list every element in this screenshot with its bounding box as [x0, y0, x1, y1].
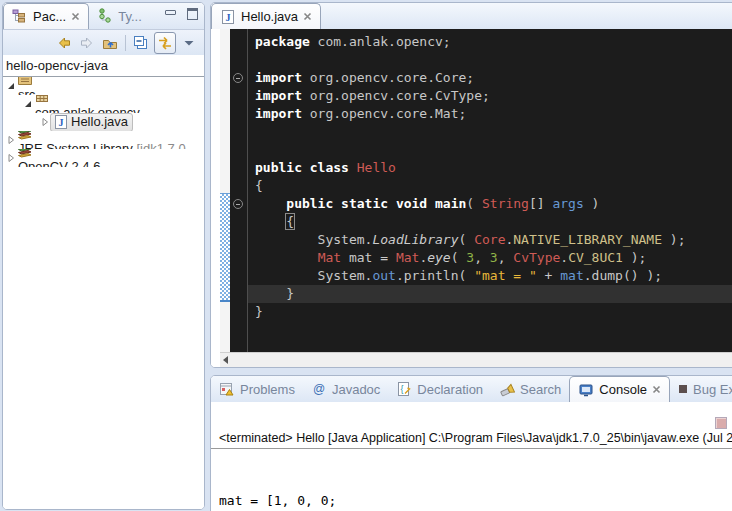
- tab-label: Problems: [240, 382, 295, 397]
- view-menu-button[interactable]: [179, 33, 199, 53]
- code-line: [248, 123, 732, 141]
- package-explorer-toolbar: [3, 30, 204, 55]
- forward-button[interactable]: [77, 33, 97, 53]
- code-area[interactable]: package com.anlak.opencv;import org.open…: [248, 29, 732, 353]
- code-line: public class Hello: [248, 159, 732, 177]
- svg-text:@: @: [313, 382, 325, 396]
- selected-item-highlight: JHello.java: [50, 113, 133, 131]
- package-icon: [33, 95, 50, 105]
- terminate-button[interactable]: [715, 417, 727, 429]
- tree-item-jre-system-library[interactable]: JRE System Library [jdk1.7.0: [3, 131, 204, 149]
- tree-item-label: src: [16, 87, 35, 96]
- tab-label: Console: [599, 382, 647, 397]
- tree-expanded-arrow-icon[interactable]: [5, 81, 16, 91]
- tree-collapsed-arrow-icon[interactable]: [5, 135, 16, 145]
- console-output[interactable]: mat = [1, 0, 0; 0, 1, 0; 0, 0, 1]: [219, 453, 732, 511]
- tab-label: Ty...: [118, 9, 142, 24]
- annotation-ruler[interactable]: [220, 29, 230, 353]
- java-file-icon: J: [220, 9, 236, 25]
- tree-item-label: Hello.java: [69, 114, 128, 129]
- editor-view: J Hello.java package com.anlak.opencv;im…: [210, 2, 732, 368]
- tab-label: Javadoc: [332, 382, 380, 397]
- code-line: Mat mat = Mat.eye( 3, 3, CvType.CV_8UC1 …: [248, 249, 732, 267]
- tab-type-hierarchy[interactable]: Ty...: [89, 3, 150, 29]
- forward-arrow-icon: [79, 35, 95, 51]
- tree-item-opencv-2-4-6[interactable]: OpenCV-2.4.6: [3, 149, 204, 167]
- toolbar-separator: [125, 35, 126, 51]
- tab-label: Declaration: [417, 382, 483, 397]
- tab-label: Search: [520, 382, 561, 397]
- minimize-button[interactable]: [162, 7, 178, 21]
- console-icon: [578, 382, 594, 398]
- package-explorer-tree[interactable]: hello-opencv-java srccom.anlak.opencvJHe…: [3, 55, 204, 509]
- code-line: System.LoadLibrary( Core.NATIVE_LIBRARY_…: [248, 231, 732, 249]
- code-line: [248, 141, 732, 159]
- library-icon: [16, 149, 33, 159]
- editor-body: package com.anlak.opencv;import org.open…: [211, 29, 732, 367]
- close-icon[interactable]: [71, 12, 80, 21]
- fold-collapse-icon[interactable]: [233, 73, 243, 83]
- back-arrow-icon: [56, 35, 72, 51]
- up-folder-icon: [102, 35, 118, 51]
- code-line: System.out.println( "mat = " + mat.dump(…: [248, 267, 732, 285]
- tree-collapsed-arrow-icon[interactable]: [39, 117, 50, 127]
- type-hierarchy-icon: [97, 8, 113, 24]
- tree-item-com-anlak-opencv[interactable]: com.anlak.opencv: [3, 95, 204, 113]
- horizontal-scrollbar[interactable]: [220, 352, 732, 367]
- left-view-tabrow: Pac... Ty...: [3, 3, 204, 30]
- tree-item-label: com.anlak.opencv: [33, 105, 140, 114]
- method-range-indicator: [220, 193, 230, 302]
- package-explorer-icon: [12, 9, 28, 25]
- tab-console[interactable]: Console: [569, 376, 670, 403]
- tree-item-body: com.anlak.opencv: [33, 95, 140, 113]
- tree-item-label: JRE System Library: [16, 141, 133, 150]
- close-icon[interactable]: [652, 385, 661, 394]
- tab-declaration[interactable]: {Declaration: [388, 376, 491, 402]
- scroll-left-arrow-icon[interactable]: [223, 356, 228, 364]
- code-line: }: [248, 303, 732, 321]
- folding-ruler[interactable]: [230, 29, 248, 353]
- tree-item-body: src: [16, 77, 35, 95]
- editor-tab-label: Hello.java: [241, 9, 298, 24]
- maximize-button[interactable]: [184, 7, 200, 21]
- code-line: import org.opencv.core.Mat;: [248, 105, 732, 123]
- svg-text:J: J: [226, 11, 231, 22]
- tab-javadoc[interactable]: @Javadoc: [303, 376, 388, 402]
- back-button[interactable]: [54, 33, 74, 53]
- code-line: {: [248, 213, 732, 231]
- tab-hello-java[interactable]: J Hello.java: [211, 3, 321, 30]
- search-icon: [499, 381, 515, 397]
- package-explorer-view: Pac... Ty... hello-opencv-java srccom.an…: [2, 2, 205, 510]
- tab-label: Bug Explorer: [693, 382, 732, 397]
- tree-item-src[interactable]: src: [3, 77, 204, 95]
- link-with-editor-button[interactable]: [154, 32, 176, 54]
- source-folder-icon: [16, 77, 33, 87]
- collapse-all-button[interactable]: [131, 33, 151, 53]
- project-root-label[interactable]: hello-opencv-java: [3, 55, 204, 77]
- tab-search[interactable]: Search: [491, 376, 569, 402]
- tab-package-explorer[interactable]: Pac...: [3, 3, 89, 30]
- problems-icon: [219, 381, 235, 397]
- fold-collapse-icon[interactable]: [233, 199, 243, 209]
- javadoc-icon: @: [311, 381, 327, 397]
- tab-problems[interactable]: Problems: [211, 376, 303, 402]
- code-line: public static void main( String[] args ): [248, 195, 732, 213]
- console-output-line: mat = [1, 0, 0;: [219, 491, 732, 510]
- tab-bug-explorer[interactable]: Bug Explorer: [670, 376, 732, 402]
- library-icon: [16, 131, 33, 141]
- up-button[interactable]: [100, 33, 120, 53]
- editor-tabrow: J Hello.java: [211, 3, 732, 30]
- tree-collapsed-arrow-icon[interactable]: [5, 153, 16, 163]
- tree-item-hello-java[interactable]: JHello.java: [3, 113, 204, 131]
- current-code-line: }: [248, 285, 732, 303]
- tree-item-body: JRE System Library [jdk1.7.0: [16, 131, 186, 149]
- svg-text:J: J: [58, 116, 63, 127]
- collapse-all-icon: [133, 35, 149, 51]
- tree-item-decoration: [jdk1.7.0: [133, 141, 186, 150]
- view-window-buttons: [162, 3, 204, 29]
- close-icon[interactable]: [303, 12, 312, 21]
- tree-item-body: OpenCV-2.4.6: [16, 149, 100, 167]
- bottom-view-tabrow: Problems@Javadoc{DeclarationSearchConsol…: [211, 376, 732, 403]
- tree-expanded-arrow-icon[interactable]: [22, 99, 33, 109]
- console-process-info: <terminated> Hello [Java Application] C:…: [211, 431, 732, 449]
